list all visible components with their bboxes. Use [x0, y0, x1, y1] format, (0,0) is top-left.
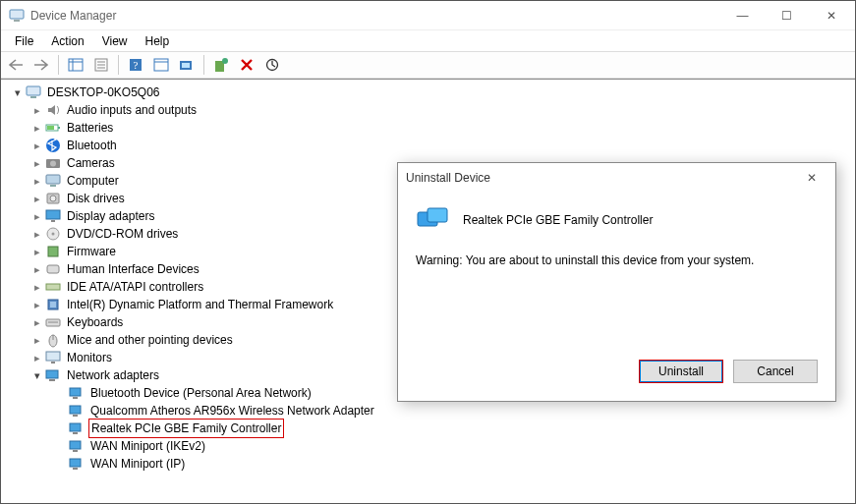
tree-device[interactable]: WAN Miniport (IKEv2) — [3, 437, 853, 455]
toolbar-separator — [58, 55, 59, 75]
expander-icon[interactable] — [30, 278, 44, 296]
expander-icon[interactable] — [30, 119, 44, 137]
svg-rect-26 — [46, 175, 60, 184]
svg-rect-56 — [73, 468, 78, 470]
install-legacy-button[interactable] — [210, 54, 232, 76]
expander-icon[interactable] — [30, 137, 44, 154]
tree-category-label: Network adapters — [65, 366, 161, 384]
expander-icon[interactable] — [30, 243, 44, 260]
svg-rect-45 — [46, 370, 58, 378]
expander-icon[interactable] — [30, 225, 44, 243]
tree-category[interactable]: Bluetooth — [3, 137, 853, 154]
tree-device[interactable]: WAN Miniport (IP) — [3, 455, 853, 473]
svg-rect-55 — [70, 459, 81, 467]
tree-root[interactable]: DESKTOP-0KO5Q06 — [3, 84, 853, 101]
network-adapter-icon — [69, 456, 85, 472]
svg-rect-49 — [70, 406, 81, 414]
svg-rect-36 — [46, 284, 60, 290]
svg-rect-22 — [47, 126, 54, 130]
hid-icon — [45, 261, 61, 277]
expander-icon[interactable] — [30, 331, 44, 349]
expander-icon[interactable] — [30, 207, 44, 225]
svg-point-25 — [50, 161, 56, 167]
dialog-title-bar: Uninstall Device ✕ — [398, 163, 835, 193]
svg-rect-30 — [46, 210, 60, 219]
uninstall-dialog: Uninstall Device ✕ Realtek PCIe GBE Fami… — [397, 162, 836, 402]
dialog-device-name: Realtek PCIe GBE Family Controller — [463, 213, 653, 227]
svg-rect-0 — [10, 10, 24, 19]
tree-category-label: Firmware — [65, 243, 118, 260]
expander-icon[interactable] — [30, 296, 44, 313]
menu-help[interactable]: Help — [138, 32, 178, 50]
svg-rect-38 — [50, 302, 56, 308]
menu-view[interactable]: View — [94, 32, 136, 50]
audio-icon — [45, 102, 61, 118]
tree-device[interactable]: Qualcomm Atheros AR956x Wireless Network… — [3, 402, 853, 420]
scan-hardware-button[interactable] — [150, 54, 172, 76]
app-icon — [9, 8, 25, 24]
title-bar: Device Manager — ☐ ✕ — [1, 1, 855, 30]
svg-rect-54 — [73, 450, 78, 452]
svg-rect-48 — [73, 397, 78, 399]
tree-device[interactable]: Realtek PCIe GBE Family Controller — [3, 420, 853, 437]
svg-rect-44 — [51, 362, 55, 364]
uninstall-button[interactable] — [236, 54, 257, 76]
disable-button[interactable] — [261, 54, 283, 76]
back-button[interactable] — [5, 54, 27, 76]
network-adapter-icon — [69, 420, 85, 436]
menu-action[interactable]: Action — [43, 32, 91, 50]
expander-icon[interactable] — [30, 260, 44, 278]
expander-icon[interactable] — [30, 172, 44, 190]
minimize-button[interactable]: — — [720, 1, 765, 29]
forward-button[interactable] — [30, 54, 52, 76]
help-button[interactable]: ? — [125, 54, 146, 76]
svg-rect-14 — [182, 63, 190, 68]
network-adapter-icon — [416, 206, 451, 234]
tree-category-label: Display adapters — [65, 207, 156, 225]
tree-category[interactable]: Audio inputs and outputs — [3, 101, 853, 119]
ide-icon — [45, 279, 61, 295]
tree-category-label: Computer — [65, 172, 121, 190]
toolbar-separator — [203, 55, 204, 75]
expander-icon[interactable] — [30, 366, 44, 384]
close-button[interactable]: ✕ — [809, 1, 853, 29]
menu-bar: File Action View Help — [1, 30, 855, 51]
tree-category-label: Mice and other pointing devices — [65, 331, 235, 349]
dialog-close-button[interactable]: ✕ — [796, 164, 827, 192]
tree-category-label: Batteries — [65, 119, 115, 137]
svg-rect-27 — [50, 185, 56, 187]
expander-icon[interactable] — [30, 101, 44, 119]
expander-icon[interactable] — [30, 349, 44, 366]
monitor-icon — [45, 350, 61, 365]
tree-category[interactable]: Batteries — [3, 119, 853, 137]
properties-button[interactable] — [90, 54, 112, 76]
toolbar: ? — [1, 51, 855, 79]
mouse-icon — [45, 332, 61, 348]
camera-icon — [45, 155, 61, 171]
cd-icon — [45, 226, 61, 242]
tree-category-label: Human Interface Devices — [65, 260, 201, 278]
tree-category-label: Disk drives — [65, 190, 127, 207]
computer-icon — [45, 173, 61, 189]
display-icon — [45, 208, 61, 224]
update-driver-button[interactable] — [176, 54, 198, 76]
maximize-button[interactable]: ☐ — [765, 1, 809, 29]
svg-rect-53 — [70, 441, 81, 449]
show-hidden-button[interactable] — [65, 54, 86, 76]
svg-rect-11 — [154, 59, 168, 71]
svg-rect-52 — [73, 432, 78, 434]
svg-rect-58 — [428, 208, 447, 222]
cancel-button[interactable]: Cancel — [733, 360, 818, 383]
expander-icon[interactable] — [30, 154, 44, 172]
svg-rect-47 — [70, 388, 81, 396]
window-title: Device Manager — [30, 9, 720, 23]
expander-icon[interactable] — [11, 84, 25, 101]
svg-rect-1 — [14, 20, 20, 22]
menu-file[interactable]: File — [7, 32, 41, 50]
svg-rect-18 — [27, 86, 40, 95]
toolbar-separator — [118, 55, 119, 75]
expander-icon[interactable] — [30, 313, 44, 331]
uninstall-confirm-button[interactable]: Uninstall — [639, 360, 723, 383]
expander-icon[interactable] — [30, 190, 44, 207]
svg-rect-34 — [48, 247, 58, 256]
